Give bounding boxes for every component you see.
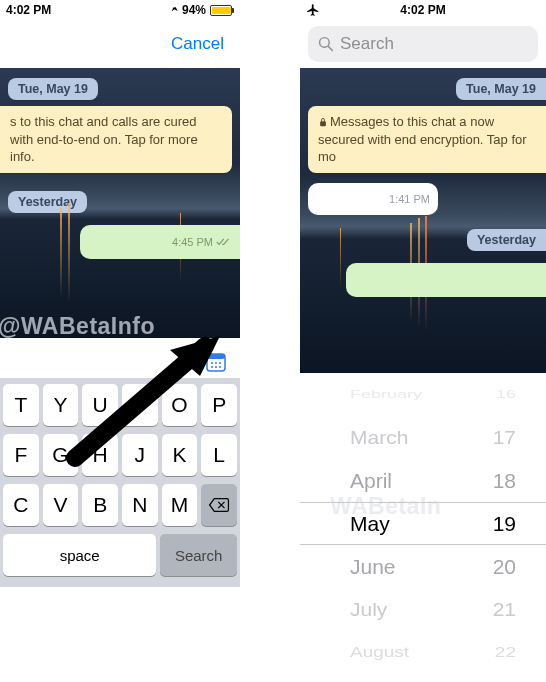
date-badge-yesterday: Yesterday (467, 229, 546, 251)
encryption-notice[interactable]: Messages to this chat a now secured with… (308, 106, 546, 173)
calendar-icon (204, 350, 228, 374)
chat-background: Tue, May 19 Messages to this chat a now … (300, 68, 546, 373)
status-time: 4:02 PM (6, 3, 51, 17)
backspace-icon (208, 497, 230, 513)
date-badge: Tue, May 19 (456, 78, 546, 100)
sent-message-bubble[interactable]: 4:45 PM (80, 225, 240, 259)
keyboard-row-1: T Y U I O P (3, 384, 237, 426)
key-backspace[interactable] (201, 484, 237, 526)
picker-row[interactable]: June20 (300, 545, 546, 588)
key-u[interactable]: U (82, 384, 118, 426)
received-message-bubble[interactable]: 1:41 PM (308, 183, 438, 215)
lock-icon (318, 117, 328, 127)
keyboard-row-3: C V B N M (3, 484, 237, 526)
nav-bar: Search (300, 20, 546, 68)
keyboard-row-2: F G H J K L (3, 434, 237, 476)
date-picker[interactable]: WABetaIn February16 March17 April18 May1… (300, 373, 546, 678)
search-icon (318, 36, 334, 52)
picker-row[interactable]: July21 (300, 590, 546, 629)
svg-point-2 (211, 362, 213, 364)
key-p[interactable]: P (201, 384, 237, 426)
svg-point-7 (219, 366, 221, 368)
picker-row[interactable]: August22 (300, 636, 546, 668)
key-m[interactable]: M (162, 484, 198, 526)
airplane-mode-icon (306, 3, 320, 17)
right-screenshot: 4:02 PM Search Tue, May 19 Messages to t… (300, 0, 546, 682)
svg-point-9 (320, 38, 330, 48)
picker-row[interactable]: March17 (300, 418, 546, 457)
picker-row[interactable]: April18 (300, 459, 546, 502)
nav-bar: Cancel (0, 20, 240, 68)
key-l[interactable]: L (201, 434, 237, 476)
encryption-notice[interactable]: s to this chat and calls are cured with … (0, 106, 232, 173)
search-placeholder: Search (340, 34, 394, 54)
message-time: 4:45 PM (172, 236, 213, 248)
key-v[interactable]: V (43, 484, 79, 526)
left-screenshot: 4:02 PM 94% Cancel Tue, May 19 s to this… (0, 0, 240, 682)
double-check-icon (216, 237, 230, 247)
date-badge-yesterday: Yesterday (8, 191, 87, 213)
svg-point-6 (215, 366, 217, 368)
key-j[interactable]: J (122, 434, 158, 476)
picker-row-selected[interactable]: May19 (300, 502, 546, 545)
key-o[interactable]: O (162, 384, 198, 426)
calendar-button[interactable] (202, 348, 230, 376)
search-input[interactable]: Search (308, 26, 538, 62)
key-n[interactable]: N (122, 484, 158, 526)
svg-point-4 (219, 362, 221, 364)
keyboard-row-4: space Search (3, 534, 237, 576)
keyboard[interactable]: T Y U I O P F G H J K L C V B N M (0, 378, 240, 587)
key-c[interactable]: C (3, 484, 39, 526)
key-g[interactable]: G (43, 434, 79, 476)
status-bar: 4:02 PM 94% (0, 0, 240, 20)
status-time: 4:02 PM (400, 3, 445, 17)
picker-row[interactable]: February16 (300, 382, 546, 408)
key-space[interactable]: space (3, 534, 156, 576)
cancel-button[interactable]: Cancel (171, 34, 232, 54)
key-f[interactable]: F (3, 434, 39, 476)
keyboard-area: T Y U I O P F G H J K L C V B N M (0, 338, 240, 587)
message-time: 1:41 PM (389, 193, 430, 205)
key-h[interactable]: H (82, 434, 118, 476)
key-y[interactable]: Y (43, 384, 79, 426)
key-search[interactable]: Search (160, 534, 237, 576)
sent-message-bubble[interactable] (346, 263, 546, 297)
svg-point-3 (215, 362, 217, 364)
svg-rect-10 (320, 121, 326, 126)
watermark-text: @WABetaInfo (0, 313, 155, 338)
battery-percent: 94% (182, 3, 206, 17)
chat-background: Tue, May 19 s to this chat and calls are… (0, 68, 240, 338)
location-icon (168, 5, 178, 15)
encryption-text: Messages to this chat a now secured with… (318, 114, 527, 164)
svg-rect-1 (207, 354, 225, 359)
date-badge: Tue, May 19 (8, 78, 98, 100)
key-i[interactable]: I (122, 384, 158, 426)
status-bar: 4:02 PM (300, 0, 546, 20)
svg-point-5 (211, 366, 213, 368)
key-k[interactable]: K (162, 434, 198, 476)
battery-icon (210, 5, 234, 16)
key-t[interactable]: T (3, 384, 39, 426)
key-b[interactable]: B (82, 484, 118, 526)
